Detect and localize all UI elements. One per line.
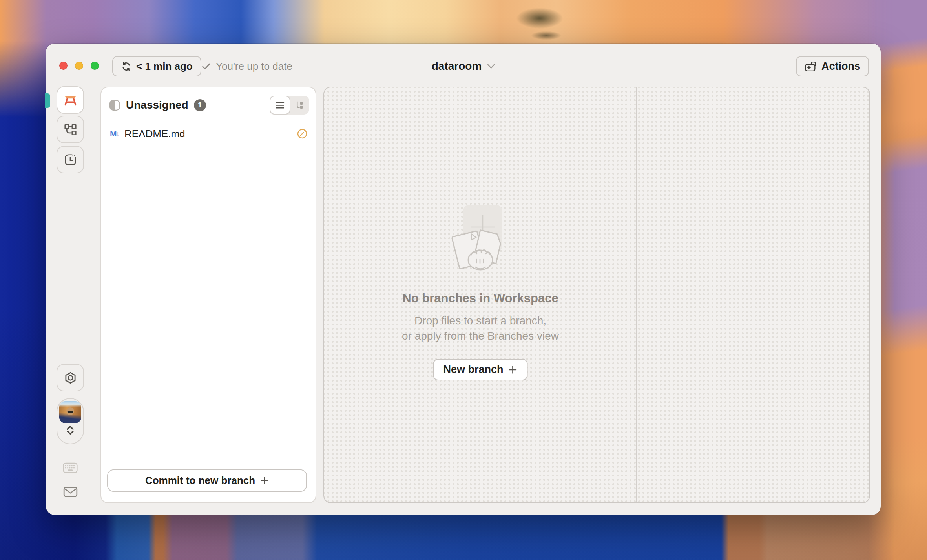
- commit-button-label: Commit to new branch: [145, 475, 255, 487]
- empty-state-subtitle: Drop files to start a branch, or apply f…: [324, 313, 637, 344]
- view-mode-tree-button[interactable]: [290, 96, 310, 115]
- sidebar-item-branches[interactable]: [57, 116, 84, 143]
- app-window: < 1 min ago You're up to date dataroom A…: [46, 44, 881, 515]
- sync-label: < 1 min ago: [136, 60, 193, 73]
- project-switcher[interactable]: dataroom: [432, 56, 495, 76]
- file-name: README.md: [124, 128, 185, 140]
- settings-hexagon-icon: [64, 372, 77, 384]
- sync-icon: [121, 61, 131, 72]
- chevron-up-down-icon: [65, 425, 75, 435]
- feedback-mail-button[interactable]: [57, 486, 84, 498]
- empty-state-line2-prefix: or apply from the: [402, 330, 487, 342]
- keyboard-shortcuts-button[interactable]: [57, 462, 84, 473]
- empty-state-line1: Drop files to start a branch,: [414, 315, 546, 327]
- empty-state-title: No branches in Workspace: [324, 291, 637, 305]
- unassigned-icon: [109, 100, 120, 111]
- unassigned-header: Unassigned 1: [101, 87, 316, 123]
- history-clock-icon: [64, 154, 77, 166]
- file-row[interactable]: M↓ README.md: [104, 124, 312, 144]
- unassigned-title: Unassigned: [126, 99, 188, 111]
- check-icon: [201, 62, 211, 71]
- project-name: dataroom: [432, 60, 482, 73]
- view-mode-list-button[interactable]: [270, 96, 290, 115]
- avatar: [59, 401, 81, 423]
- sync-status-button[interactable]: < 1 min ago: [112, 56, 201, 76]
- up-to-date-status: You're up to date: [201, 56, 292, 76]
- branches-view-link[interactable]: Branches view: [487, 330, 559, 342]
- sidebar-item-workspace[interactable]: [57, 86, 84, 114]
- actions-button[interactable]: Actions: [796, 56, 869, 76]
- unassigned-count-badge: 1: [194, 99, 206, 111]
- plus-icon: [260, 476, 269, 485]
- sidebar-item-history[interactable]: [57, 146, 84, 173]
- drop-files-illustration: [449, 204, 512, 277]
- chevron-down-icon: [487, 64, 495, 69]
- mail-icon: [63, 486, 78, 498]
- modified-status-icon: [297, 128, 308, 139]
- active-lane-indicator: [45, 93, 50, 108]
- commit-to-new-branch-button[interactable]: Commit to new branch: [107, 469, 307, 492]
- branch-graph-icon: [64, 123, 77, 136]
- new-branch-button[interactable]: New branch: [433, 359, 527, 380]
- profile-menu[interactable]: [57, 398, 84, 444]
- close-window-button[interactable]: [59, 62, 68, 70]
- new-branch-label: New branch: [443, 364, 503, 376]
- view-mode-toggle: [270, 96, 309, 115]
- wallpaper-distant-object: [498, 3, 581, 46]
- keyboard-icon: [63, 462, 78, 473]
- fullscreen-window-button[interactable]: [91, 62, 99, 70]
- tree-view-icon: [296, 101, 304, 109]
- list-view-icon: [276, 102, 285, 109]
- window-controls: [59, 62, 99, 70]
- unassigned-panel: Unassigned 1: [100, 87, 316, 503]
- workbench-table-icon: [63, 94, 78, 107]
- plus-icon: [508, 365, 518, 375]
- actions-icon: [805, 61, 817, 72]
- empty-lane: No branches in Workspace Drop files to s…: [324, 87, 637, 502]
- up-to-date-label: You're up to date: [216, 60, 292, 73]
- minimize-window-button[interactable]: [75, 62, 83, 70]
- actions-label: Actions: [821, 60, 860, 73]
- sidebar-item-settings[interactable]: [57, 364, 84, 391]
- markdown-file-icon: M↓: [110, 129, 120, 138]
- workspace-canvas: No branches in Workspace Drop files to s…: [323, 87, 870, 503]
